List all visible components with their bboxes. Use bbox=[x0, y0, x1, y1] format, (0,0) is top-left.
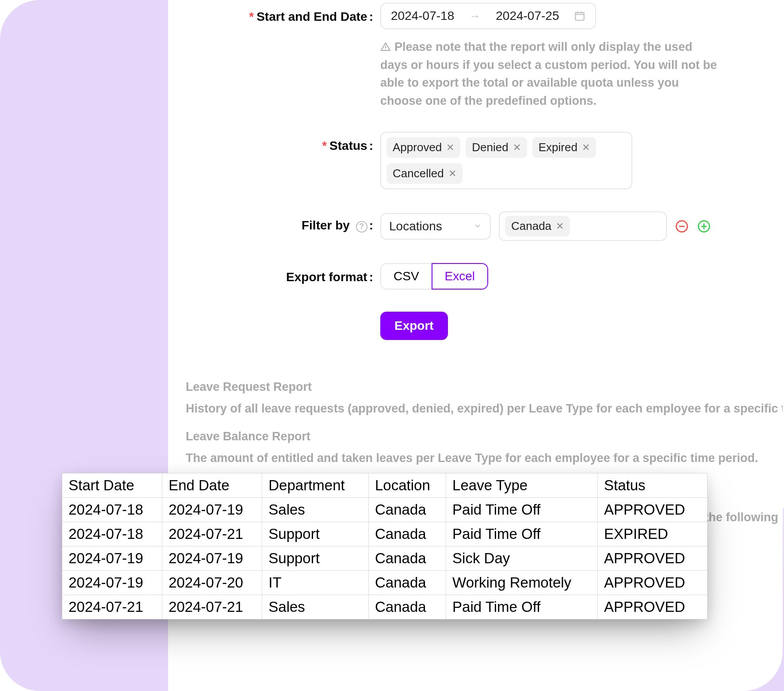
table-cell: 2024-07-19 bbox=[162, 546, 262, 571]
col-status: Status bbox=[597, 473, 707, 498]
arrow-right-icon: → bbox=[469, 9, 481, 23]
table-row: 2024-07-192024-07-20ITCanadaWorking Remo… bbox=[62, 571, 708, 595]
help-icon[interactable]: ? bbox=[356, 221, 367, 233]
status-tag-input[interactable]: Approved✕ Denied✕ Expired✕ Cancelled✕ bbox=[380, 132, 632, 189]
table-cell: 2024-07-18 bbox=[62, 522, 162, 546]
date-range-picker[interactable]: 2024-07-18 → 2024-07-25 bbox=[380, 3, 596, 29]
row-export-button: Export bbox=[186, 312, 778, 340]
status-tag: Denied✕ bbox=[466, 137, 527, 158]
table-row: 2024-07-192024-07-19SupportCanadaSick Da… bbox=[62, 546, 708, 571]
table-cell: Canada bbox=[369, 546, 446, 571]
report-form: *Start and End Date: 2024-07-18 → 2024-0… bbox=[186, 3, 778, 340]
label-date: *Start and End Date: bbox=[186, 3, 380, 24]
row-status: *Status: Approved✕ Denied✕ Expired✕ Canc… bbox=[186, 132, 778, 189]
table-cell: IT bbox=[262, 571, 369, 595]
table-cell: Paid Time Off bbox=[446, 498, 598, 522]
leave-request-report-desc: History of all leave requests (approved,… bbox=[186, 400, 778, 417]
table-cell: Canada bbox=[369, 498, 446, 522]
svg-rect-0 bbox=[576, 12, 585, 20]
table-cell: Paid Time Off bbox=[446, 522, 598, 546]
table-cell: APPROVED bbox=[597, 546, 707, 571]
table-cell: Canada bbox=[369, 522, 446, 546]
label-status-text: Status bbox=[329, 139, 367, 153]
table-cell: Paid Time Off bbox=[446, 595, 598, 619]
table-cell: Canada bbox=[369, 571, 446, 595]
status-tag: Approved✕ bbox=[386, 137, 460, 158]
label-filter: Filter by ?: bbox=[186, 211, 380, 233]
table-cell: APPROVED bbox=[597, 498, 707, 522]
label-format-text: Export format bbox=[286, 270, 367, 284]
label-status: *Status: bbox=[186, 132, 380, 153]
table-cell: 2024-07-19 bbox=[62, 571, 162, 595]
report-descriptions: Leave Request Report History of all leav… bbox=[186, 380, 778, 479]
status-tag-label: Expired bbox=[539, 141, 577, 154]
required-asterisk: * bbox=[249, 10, 254, 23]
export-button[interactable]: Export bbox=[380, 312, 448, 340]
filter-value-input[interactable]: Canada✕ bbox=[499, 211, 667, 241]
date-end-value: 2024-07-25 bbox=[496, 9, 559, 23]
date-help-text: Please note that the report will only di… bbox=[380, 40, 717, 107]
table-cell: 2024-07-21 bbox=[162, 595, 262, 619]
close-icon[interactable]: ✕ bbox=[448, 169, 456, 179]
format-option-csv[interactable]: CSV bbox=[380, 263, 432, 290]
leave-balance-report-desc: The amount of entitled and taken leaves … bbox=[186, 450, 778, 467]
table-cell: Sick Day bbox=[446, 546, 598, 571]
label-date-text: Start and End Date bbox=[256, 10, 367, 23]
table-header-row: Start Date End Date Department Location … bbox=[62, 473, 708, 498]
table-cell: Canada bbox=[369, 595, 446, 619]
table-cell: 2024-07-18 bbox=[62, 498, 162, 522]
table-cell: 2024-07-21 bbox=[62, 595, 162, 619]
result-table-preview: Start Date End Date Department Location … bbox=[62, 473, 708, 619]
close-icon[interactable]: ✕ bbox=[513, 143, 521, 153]
remove-filter-button[interactable] bbox=[675, 219, 689, 233]
row-filter: Filter by ?: Locations Canada✕ bbox=[186, 211, 778, 241]
filter-value-tag: Canada✕ bbox=[505, 216, 570, 237]
table-cell: 2024-07-19 bbox=[162, 498, 262, 522]
close-icon[interactable]: ✕ bbox=[446, 143, 454, 153]
status-tag-label: Cancelled bbox=[393, 167, 444, 180]
filter-value-label: Canada bbox=[511, 219, 551, 233]
warning-icon bbox=[380, 42, 391, 52]
label-filter-text: Filter by bbox=[302, 218, 350, 232]
table-row: 2024-07-182024-07-21SupportCanadaPaid Ti… bbox=[62, 522, 708, 546]
table-cell: Working Remotely bbox=[446, 571, 598, 595]
table-cell: APPROVED bbox=[597, 571, 707, 595]
col-department: Department bbox=[262, 473, 369, 498]
col-leave-type: Leave Type bbox=[446, 473, 598, 498]
leave-request-report-title: Leave Request Report bbox=[186, 380, 778, 394]
table-cell: 2024-07-21 bbox=[162, 522, 262, 546]
col-end-date: End Date bbox=[162, 473, 262, 498]
status-tag-label: Denied bbox=[472, 141, 508, 154]
status-tag-label: Approved bbox=[393, 141, 442, 154]
leave-balance-report-title: Leave Balance Report bbox=[186, 430, 778, 443]
row-format: Export format: CSV Excel bbox=[186, 263, 778, 290]
close-icon[interactable]: ✕ bbox=[582, 143, 590, 153]
table-row: 2024-07-182024-07-19SalesCanadaPaid Time… bbox=[62, 498, 708, 522]
table-cell: EXPIRED bbox=[597, 522, 707, 546]
table-row: 2024-07-212024-07-21SalesCanadaPaid Time… bbox=[62, 595, 708, 619]
table-cell: Sales bbox=[262, 498, 369, 522]
row-date: *Start and End Date: 2024-07-18 → 2024-0… bbox=[186, 3, 778, 110]
table-cell: 2024-07-19 bbox=[62, 546, 162, 571]
status-tag: Cancelled✕ bbox=[386, 163, 463, 184]
result-table: Start Date End Date Department Location … bbox=[62, 473, 708, 619]
col-location: Location bbox=[369, 473, 446, 498]
table-cell: Support bbox=[262, 546, 369, 571]
table-cell: Sales bbox=[262, 595, 369, 619]
date-start-value: 2024-07-18 bbox=[391, 9, 454, 23]
format-option-excel[interactable]: Excel bbox=[432, 263, 488, 290]
filter-field-value: Locations bbox=[389, 219, 442, 233]
required-asterisk: * bbox=[322, 139, 327, 153]
table-cell: Support bbox=[262, 522, 369, 546]
col-start-date: Start Date bbox=[62, 473, 162, 498]
table-cell: APPROVED bbox=[597, 595, 707, 619]
date-help-note: Please note that the report will only di… bbox=[380, 38, 721, 110]
table-cell: 2024-07-20 bbox=[162, 571, 262, 595]
label-format: Export format: bbox=[186, 263, 380, 284]
close-icon[interactable]: ✕ bbox=[556, 221, 564, 231]
status-tag: Expired✕ bbox=[532, 137, 596, 158]
filter-field-select[interactable]: Locations bbox=[380, 213, 491, 240]
export-format-segmented: CSV Excel bbox=[380, 263, 488, 290]
calendar-icon bbox=[574, 10, 585, 22]
add-filter-button[interactable] bbox=[697, 219, 711, 233]
